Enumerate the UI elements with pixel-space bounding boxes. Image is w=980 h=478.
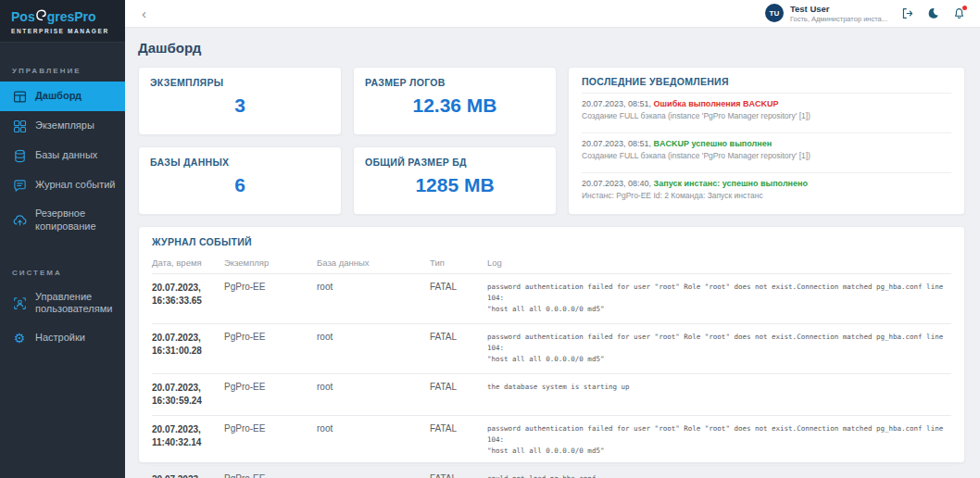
table-row: 20.07.2023,16:31:00.28 PgPro-EE root FAT…: [152, 324, 951, 374]
dark-mode-moon-icon[interactable]: [927, 7, 939, 19]
cell-type: FATAL: [430, 274, 487, 324]
cell-date: 20.07.2023,: [152, 332, 220, 345]
main-area: ‹ TU Test User Гость, Администратор инст…: [125, 0, 980, 478]
table-header-row: Дата, время Экземпляр База данных Тип Lo…: [152, 253, 951, 274]
brand-logo[interactable]: Pos gresPro ENTERPRISE MANAGER: [0, 0, 125, 43]
stat-value: 3: [150, 94, 330, 117]
sidebar-item-label: Журнал событий: [35, 179, 115, 192]
sidebar-item-databases[interactable]: Базы данных: [0, 141, 125, 170]
sidebar-item-label: Экземпляры: [35, 120, 94, 132]
notification-status: Ошибка выполнения BACKUP: [654, 99, 779, 108]
notification-item: 20.07.2023, 08:51, BACKUP успешно выполн…: [582, 132, 951, 167]
cell-date: 20.07.2023,: [152, 282, 220, 295]
cell-log-line: password authentication failed for user …: [487, 282, 948, 304]
backup-icon: [12, 213, 27, 228]
cell-log-line: "host all all 0.0.0.0/0 md5": [487, 304, 948, 315]
logout-icon[interactable]: [901, 7, 913, 19]
cell-date: 20.07.2023,: [152, 382, 220, 395]
databases-icon: [12, 148, 27, 163]
cell-instance: PgPro-EE: [224, 466, 317, 478]
back-button[interactable]: ‹: [138, 6, 150, 20]
table-row: 20.07.2023,16:30:59.24 PgPro-EE root FAT…: [152, 374, 951, 416]
sidebar-item-settings[interactable]: ⚙ Настройки: [0, 323, 125, 353]
notification-detail: Создание FULL бэкапа (instance 'PgPro Ma…: [582, 151, 951, 160]
cell-type: FATAL: [430, 324, 487, 374]
cell-log-line: could not load pg_hba.conf: [487, 473, 948, 478]
sidebar-item-event-log[interactable]: Журнал событий: [0, 170, 125, 200]
stat-title: ЭКЗЕМПЛЯРЫ: [150, 77, 330, 88]
sidebar-item-label: Дашборд: [35, 90, 82, 103]
table-row: 20.07.2023,11:38:42.13 PgPro-EE FATAL co…: [152, 466, 951, 478]
cell-time: 11:40:32.14: [152, 436, 220, 449]
notifications-title: ПОСЛЕДНИЕ УВЕДОМЛЕНИЯ: [582, 76, 951, 87]
user-name: Test User: [790, 4, 887, 14]
cell-instance: PgPro-EE: [224, 416, 317, 466]
col-header-log: Log: [487, 253, 951, 274]
sidebar-item-dashboard[interactable]: Дашборд: [0, 82, 125, 111]
cell-instance: PgPro-EE: [224, 324, 317, 374]
cell-log-line: "host all all 0.0.0.0/0 md5": [487, 354, 948, 365]
col-header-type: Тип: [430, 253, 487, 274]
user-menu[interactable]: TU Test User Гость, Администратор инста.…: [765, 4, 887, 22]
stat-title: РАЗМЕР ЛОГОВ: [365, 77, 545, 88]
cell-type: FATAL: [430, 416, 487, 466]
col-header-datetime: Дата, время: [152, 253, 224, 274]
cell-database: root: [317, 416, 430, 466]
sidebar-item-label: Базы данных: [35, 149, 97, 162]
cell-database: root: [317, 324, 430, 374]
page-title: Дашборд: [138, 40, 965, 56]
stat-card-databases: БАЗЫ ДАННЫХ 6: [138, 146, 342, 215]
nav-section-system: СИСТЕМА: [12, 269, 113, 277]
instances-icon: [12, 119, 27, 133]
cell-database: root: [317, 374, 430, 416]
sidebar-item-user-management[interactable]: Управление пользователями: [0, 283, 125, 324]
topbar: ‹ TU Test User Гость, Администратор инст…: [125, 0, 980, 28]
cell-instance: PgPro-EE: [224, 274, 317, 324]
cell-time: 16:31:00.28: [152, 345, 220, 358]
users-icon: [12, 296, 27, 310]
event-log-panel: ЖУРНАЛ СОБЫТИЙ Дата, время Экземпляр Баз…: [138, 226, 965, 463]
notification-detail: Создание FULL бэкапа (instance 'PgPro Ma…: [582, 111, 951, 120]
brand-subtitle: ENTERPRISE MANAGER: [11, 28, 114, 34]
cell-log-line: the database system is starting up: [487, 382, 948, 393]
sidebar-item-instances[interactable]: Экземпляры: [0, 111, 125, 141]
cell-log-line: "host all all 0.0.0.0/0 md5": [487, 446, 948, 457]
brand-text-pre: Pos: [11, 10, 35, 23]
brand-name: Pos gresPro: [11, 9, 114, 23]
sidebar-item-label: Резервное копирование: [35, 208, 118, 233]
cell-date: 20.07.2023,: [152, 423, 220, 436]
user-role: Гость, Администратор инста...: [790, 15, 887, 23]
sidebar-item-label: Управление пользователями: [35, 291, 118, 317]
avatar[interactable]: TU: [765, 4, 784, 22]
notification-item: 20.07.2023, 08:40, Запуск инстанс: успеш…: [582, 172, 951, 207]
notification-status: Запуск инстанс: успешно выполнено: [654, 179, 808, 188]
notification-time: 20.07.2023, 08:40,: [582, 179, 651, 188]
notifications-panel: ПОСЛЕДНИЕ УВЕДОМЛЕНИЯ 20.07.2023, 08:51,…: [568, 67, 965, 215]
notifications-bell-icon[interactable]: [953, 7, 965, 19]
sidebar-item-label: Настройки: [35, 332, 85, 345]
dashboard-icon: [12, 89, 27, 104]
stat-card-log-size: РАЗМЕР ЛОГОВ 12.36 MB: [353, 67, 557, 135]
col-header-database: База данных: [317, 253, 430, 274]
cell-type: FATAL: [430, 466, 487, 478]
stats-grid: ЭКЗЕМПЛЯРЫ 3 РАЗМЕР ЛОГОВ 12.36 MB БАЗЫ …: [138, 67, 557, 215]
cell-time: 16:36:33.65: [152, 295, 220, 308]
notification-time: 20.07.2023, 08:51,: [582, 99, 651, 108]
stat-card-total-db-size: ОБЩИЙ РАЗМЕР БД 1285 MB: [353, 146, 557, 215]
notification-status: BACKUP успешно выполнен: [654, 139, 773, 148]
col-header-instance: Экземпляр: [224, 253, 317, 274]
cell-database: root: [317, 274, 430, 324]
cell-time: 16:30:59.24: [152, 395, 220, 408]
cell-date: 20.07.2023,: [152, 473, 220, 478]
cell-log-line: password authentication failed for user …: [487, 423, 948, 446]
nav-section-management: УПРАВЛЕНИЕ: [12, 67, 113, 75]
sidebar-item-backup[interactable]: Резервное копирование: [0, 200, 125, 241]
content: Дашборд ЭКЗЕМПЛЯРЫ 3 РАЗМЕР ЛОГОВ 12.36 …: [125, 28, 980, 478]
settings-gear-icon: ⚙: [12, 331, 27, 346]
table-row: 20.07.2023,11:40:32.14 PgPro-EE root FAT…: [152, 416, 951, 466]
brand-text-post: gresPro: [47, 10, 96, 23]
stat-title: БАЗЫ ДАННЫХ: [150, 157, 330, 168]
cell-database: [317, 466, 430, 478]
cell-instance: PgPro-EE: [224, 374, 317, 416]
sidebar: Pos gresPro ENTERPRISE MANAGER УПРАВЛЕНИ…: [0, 0, 125, 478]
